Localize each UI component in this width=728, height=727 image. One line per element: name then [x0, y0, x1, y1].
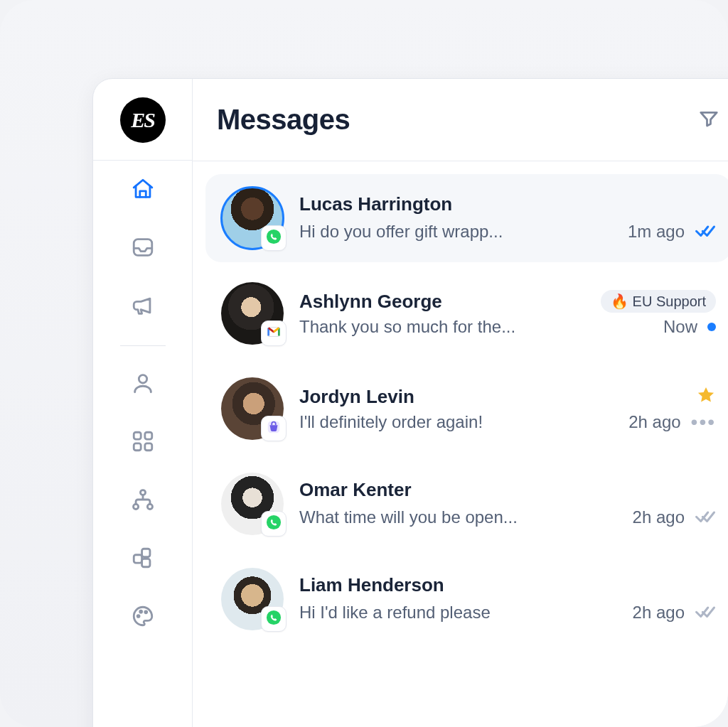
main-panel: Messages: [193, 79, 728, 727]
svg-rect-11: [141, 559, 149, 566]
channel-badge: [261, 225, 287, 251]
sidebar: ES: [93, 79, 193, 727]
brand-logo[interactable]: ES: [120, 97, 166, 143]
blocks-icon: [131, 546, 155, 573]
whatsapp-icon: [266, 610, 282, 628]
star-icon: [696, 385, 716, 408]
svg-rect-9: [134, 555, 141, 563]
grid-icon: [131, 429, 155, 456]
user-icon: [131, 371, 155, 398]
svg-rect-10: [141, 549, 149, 556]
conversation-preview: What time will you be open...: [299, 507, 518, 527]
app-window: ES: [92, 78, 728, 727]
conversation-preview: Hi I'd like a refund please: [299, 603, 491, 623]
sidebar-item-plugins[interactable]: [130, 546, 156, 572]
home-icon: [131, 177, 155, 204]
conversation-item[interactable]: Lucas Harrington Hi do you offer gift wr…: [205, 174, 728, 262]
avatar: [221, 473, 284, 535]
sidebar-nav: [93, 178, 192, 630]
svg-point-19: [267, 610, 281, 625]
conversation-preview: Hi do you offer gift wrapp...: [299, 222, 503, 242]
unread-dot-icon: [707, 323, 716, 331]
filter-icon: [698, 108, 719, 132]
svg-point-1: [139, 375, 146, 383]
sidebar-item-campaigns[interactable]: [130, 294, 156, 320]
store-icon: [266, 419, 282, 438]
sidebar-item-home[interactable]: [130, 178, 156, 203]
svg-point-12: [137, 615, 139, 618]
conversation-name: Jordyn Levin: [299, 386, 414, 408]
sidebar-item-inbox[interactable]: [130, 236, 156, 262]
svg-point-18: [267, 515, 281, 529]
filter-button[interactable]: [695, 106, 723, 134]
conversation-preview: I'll definitely order again!: [299, 412, 483, 432]
svg-point-15: [267, 230, 281, 244]
inbox-icon: [131, 235, 155, 262]
sidebar-item-appearance[interactable]: [130, 605, 156, 630]
whatsapp-icon: [266, 229, 282, 247]
avatar: [221, 187, 284, 249]
channel-badge: [261, 511, 287, 537]
avatar: [221, 377, 284, 440]
svg-point-13: [139, 610, 141, 613]
page-title: Messages: [217, 104, 350, 136]
divider: [120, 345, 166, 346]
sidebar-item-contacts[interactable]: [130, 372, 156, 397]
conversation-time: 2h ago: [633, 507, 685, 527]
channel-badge: [261, 321, 287, 346]
conversation-name: Omar Kenter: [299, 479, 412, 501]
svg-point-14: [144, 611, 146, 613]
conversation-time: 1m ago: [628, 222, 685, 242]
conversation-item[interactable]: Liam Henderson Hi I'd like a refund plea…: [205, 555, 728, 643]
conversation-name: Lucas Harrington: [299, 193, 452, 215]
conversation-tag: 🔥 EU Support: [601, 290, 716, 313]
svg-rect-4: [134, 443, 141, 451]
svg-rect-5: [144, 443, 151, 451]
avatar: [221, 568, 284, 630]
whatsapp-icon: [266, 515, 282, 533]
divider: [93, 160, 192, 161]
sidebar-item-apps[interactable]: [130, 430, 156, 456]
conversation-name: Liam Henderson: [299, 574, 444, 596]
gmail-icon: [266, 324, 282, 343]
palette-icon: [131, 604, 155, 631]
conversation-list: Lucas Harrington Hi do you offer gift wr…: [193, 161, 728, 643]
svg-rect-2: [134, 432, 141, 439]
conversation-item[interactable]: Ashlynn George 🔥 EU Support Thank you so…: [205, 269, 728, 357]
read-receipt-icon: [695, 220, 716, 244]
delivered-icon: [695, 505, 716, 529]
main-header: Messages: [193, 79, 728, 161]
megaphone-icon: [131, 294, 155, 321]
hierarchy-icon: [131, 488, 155, 515]
channel-badge: [261, 416, 287, 441]
conversation-preview: Thank you so much for the...: [299, 317, 515, 337]
delivered-icon: [695, 601, 716, 625]
conversation-name: Ashlynn George: [299, 291, 442, 313]
svg-rect-3: [144, 432, 151, 439]
conversation-item[interactable]: Omar Kenter What time will you be open..…: [205, 460, 728, 548]
channel-badge: [261, 606, 287, 632]
conversation-time: 2h ago: [633, 603, 685, 623]
sidebar-item-org[interactable]: [130, 488, 156, 514]
conversation-item[interactable]: Jordyn Levin I'll definitely order again…: [205, 365, 728, 453]
avatar: [221, 282, 284, 345]
conversation-time: 2h ago: [628, 412, 680, 432]
conversation-time: Now: [663, 317, 697, 337]
